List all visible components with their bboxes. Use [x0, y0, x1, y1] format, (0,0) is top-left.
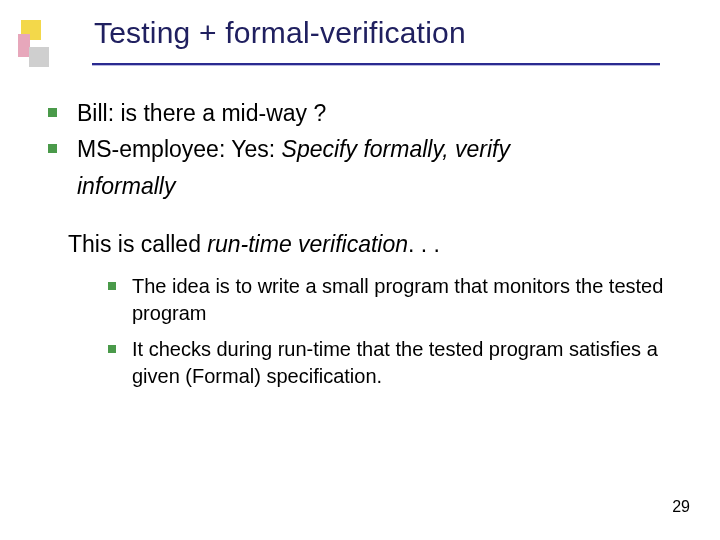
slide: Testing + formal-verification Bill: is t…: [0, 0, 720, 540]
bullet-italic: Specify formally, verify: [282, 136, 510, 162]
bullet-text: It checks during run-time that the teste…: [132, 336, 680, 389]
bullet-text: The idea is to write a small program tha…: [132, 273, 680, 326]
title-underline: [92, 63, 660, 65]
bullet-level2: It checks during run-time that the teste…: [108, 336, 680, 389]
bullet-text: MS-employee: Yes: Specify formally, veri…: [77, 134, 680, 164]
deco-square-gray: [29, 47, 49, 67]
bullet-level1: Bill: is there a mid-way ?: [48, 98, 680, 128]
square-bullet-icon: [108, 282, 116, 290]
bullet-continuation: informally: [77, 171, 680, 201]
bullet-text: Bill: is there a mid-way ?: [77, 98, 680, 128]
mid-italic: run-time verification: [207, 231, 408, 257]
page-number: 29: [672, 498, 690, 516]
mid-prefix: This is called: [68, 231, 207, 257]
square-bullet-icon: [108, 345, 116, 353]
content-area: Bill: is there a mid-way ? MS-employee: …: [48, 98, 680, 389]
bullet-level2: The idea is to write a small program tha…: [108, 273, 680, 326]
mid-suffix: . . .: [408, 231, 440, 257]
bullet-prefix: MS-employee: Yes:: [77, 136, 282, 162]
mid-sentence: This is called run-time verification. . …: [68, 229, 680, 259]
square-bullet-icon: [48, 144, 57, 153]
bullet-level1: MS-employee: Yes: Specify formally, veri…: [48, 134, 680, 164]
square-bullet-icon: [48, 108, 57, 117]
page-title: Testing + formal-verification: [94, 16, 466, 50]
